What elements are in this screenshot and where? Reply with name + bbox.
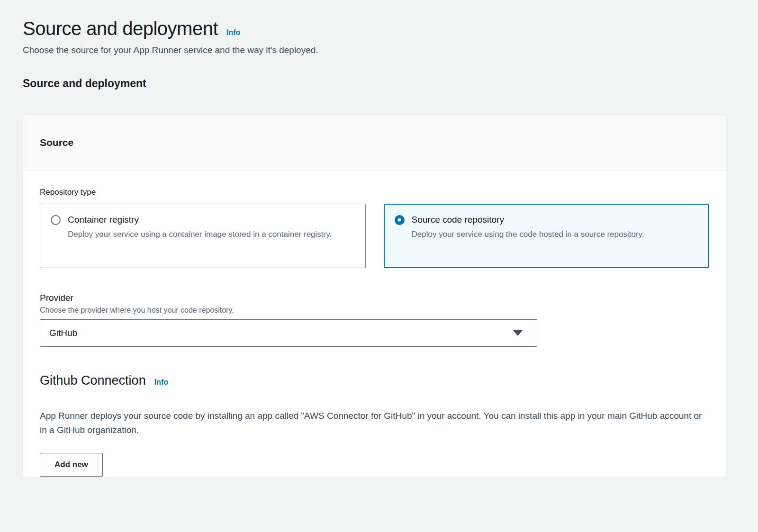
page-title-info-link[interactable]: Info <box>226 28 240 37</box>
provider-description: Choose the provider where you host your … <box>40 306 709 315</box>
github-connection-header: Github Connection Info <box>40 373 709 388</box>
page-description: Choose the source for your App Runner se… <box>23 45 726 55</box>
provider-select-value: GitHub <box>49 328 77 338</box>
source-panel-body: Repository type Container registry Deplo… <box>23 171 726 477</box>
repository-type-options: Container registry Deploy your service u… <box>40 204 709 268</box>
radio-tile-description: Deploy your service using the code hoste… <box>412 228 696 241</box>
page: Source and deployment Info Choose the so… <box>0 0 758 532</box>
source-panel: Source Repository type Container registr… <box>23 115 726 475</box>
provider-field: Provider Choose the provider where you h… <box>40 293 709 347</box>
repository-type-label: Repository type <box>40 188 709 197</box>
section-heading: Source and deployment <box>23 77 726 90</box>
radio-tile-source-code-repository[interactable]: Source code repository Deploy your servi… <box>384 204 710 268</box>
radio-tile-label: Container registry <box>68 215 139 225</box>
github-connection-heading: Github Connection <box>40 373 146 388</box>
radio-button-checked-icon[interactable] <box>395 215 405 225</box>
github-connection-info-link[interactable]: Info <box>154 378 168 387</box>
add-new-button[interactable]: Add new <box>40 453 103 477</box>
radio-tile-description: Deploy your service using a container im… <box>68 228 352 241</box>
github-connection-description: App Runner deploys your source code by i… <box>40 409 703 438</box>
radio-tile-container-registry[interactable]: Container registry Deploy your service u… <box>40 204 366 268</box>
source-panel-header: Source <box>23 115 726 171</box>
source-panel-title: Source <box>40 137 73 148</box>
radio-tile-label: Source code repository <box>412 215 504 225</box>
provider-select[interactable]: GitHub <box>40 319 537 347</box>
radio-button-icon[interactable] <box>51 215 61 225</box>
page-title: Source and deployment <box>23 18 218 39</box>
provider-label: Provider <box>40 293 709 303</box>
page-header: Source and deployment Info <box>23 18 726 39</box>
chevron-down-icon <box>513 330 523 336</box>
